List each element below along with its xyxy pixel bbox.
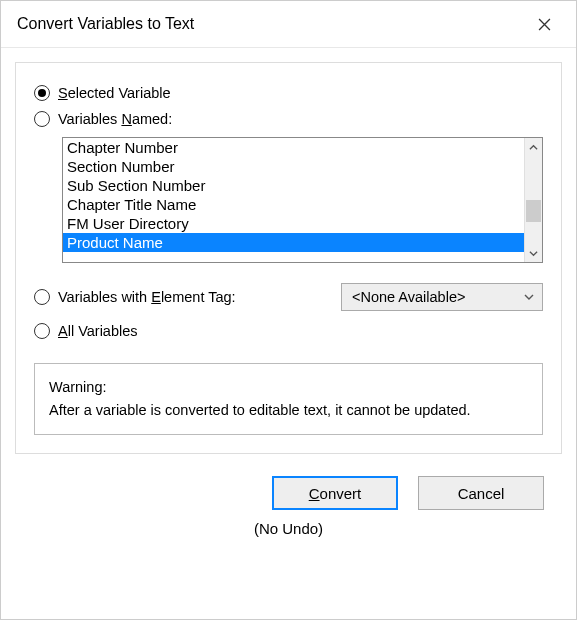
scroll-thumb[interactable] xyxy=(526,200,541,222)
radio-label: Variables Named: xyxy=(58,111,172,127)
list-item[interactable]: Sub Section Number xyxy=(63,176,524,195)
radio-indicator xyxy=(34,111,50,127)
convert-button[interactable]: Convert xyxy=(272,476,398,510)
scrollbar[interactable] xyxy=(524,138,542,262)
list-item[interactable]: Product Name xyxy=(63,233,524,252)
scroll-up-button[interactable] xyxy=(525,138,542,156)
no-undo-label: (No Undo) xyxy=(15,510,562,537)
list-item[interactable]: FM User Directory xyxy=(63,214,524,233)
cancel-button[interactable]: Cancel xyxy=(418,476,544,510)
radio-indicator xyxy=(34,289,50,305)
close-button[interactable] xyxy=(524,9,564,39)
content: Selected Variable Variables Named: Chapt… xyxy=(1,48,576,619)
button-label: Convert xyxy=(309,485,362,502)
scroll-down-button[interactable] xyxy=(525,244,542,262)
titlebar: Convert Variables to Text xyxy=(1,1,576,48)
list-item[interactable]: Section Number xyxy=(63,157,524,176)
convert-variables-dialog: Convert Variables to Text Selected Varia… xyxy=(0,0,577,620)
element-tag-combo[interactable]: <None Available> xyxy=(341,283,543,311)
chevron-up-icon xyxy=(529,143,538,152)
radio-selected-variable[interactable]: Selected Variable xyxy=(34,85,543,101)
radio-all-variables[interactable]: All Variables xyxy=(34,323,543,339)
radio-label: All Variables xyxy=(58,323,138,339)
element-tag-row: Variables with Element Tag: <None Availa… xyxy=(34,283,543,311)
close-icon xyxy=(538,18,551,31)
button-label: Cancel xyxy=(458,485,505,502)
warning-box: Warning: After a variable is converted t… xyxy=(34,363,543,435)
button-row: Convert Cancel xyxy=(15,454,562,510)
radio-label: Variables with Element Tag: xyxy=(58,289,236,305)
radio-indicator xyxy=(34,85,50,101)
radio-element-tag[interactable]: Variables with Element Tag: xyxy=(34,289,236,305)
chevron-down-icon xyxy=(529,249,538,258)
options-group: Selected Variable Variables Named: Chapt… xyxy=(15,62,562,454)
variables-listbox[interactable]: Chapter Number Section Number Sub Sectio… xyxy=(62,137,543,263)
dialog-title: Convert Variables to Text xyxy=(17,15,194,33)
chevron-down-icon xyxy=(524,292,534,302)
list-item[interactable]: Chapter Title Name xyxy=(63,195,524,214)
combo-value: <None Available> xyxy=(352,289,465,305)
listbox-view: Chapter Number Section Number Sub Sectio… xyxy=(63,138,524,262)
radio-label: Selected Variable xyxy=(58,85,171,101)
warning-body: After a variable is converted to editabl… xyxy=(49,399,528,422)
radio-indicator xyxy=(34,323,50,339)
warning-title: Warning: xyxy=(49,376,528,399)
list-item[interactable]: Chapter Number xyxy=(63,138,524,157)
radio-variables-named[interactable]: Variables Named: xyxy=(34,111,543,127)
